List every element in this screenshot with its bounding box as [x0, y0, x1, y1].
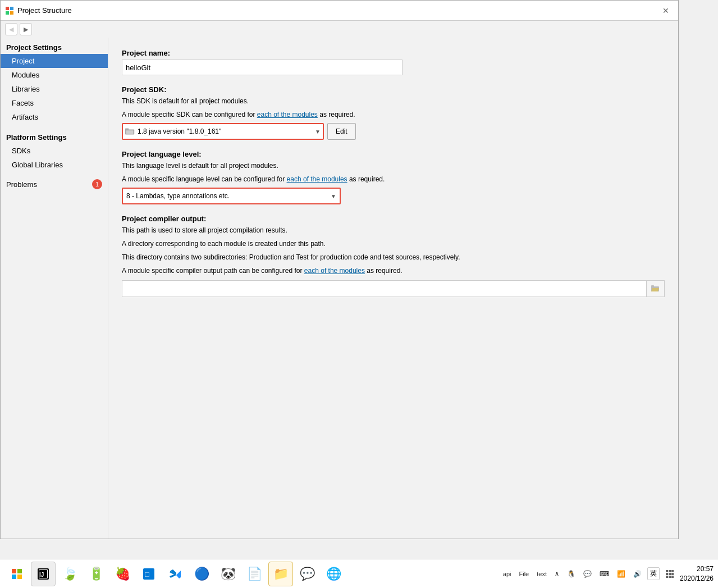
platform-settings-section: Platform Settings — [1, 130, 108, 144]
taskbar-green-app[interactable]: 🔋 — [84, 562, 108, 586]
taskbar-chrome2-app[interactable]: 🌐 — [321, 562, 346, 586]
sdk-desc1: This SDK is default for all project modu… — [122, 96, 665, 106]
taskbar-wechat-app[interactable]: 💬 — [295, 562, 319, 586]
svg-rect-0 — [6, 7, 9, 10]
svg-rect-3 — [10, 11, 13, 15]
sidebar-item-facets[interactable]: Facets — [1, 96, 108, 110]
compiler-output-row — [122, 280, 665, 297]
tray-keyboard-icon[interactable]: ⌨ — [597, 569, 611, 579]
taskbar-intellij-icon[interactable]: IJ — [31, 562, 56, 586]
tray-chevron[interactable]: ∧ — [552, 569, 561, 578]
tray-text-label[interactable]: text — [534, 569, 549, 578]
svg-rect-2 — [6, 11, 9, 15]
compiler-desc4: A module specific compiler output path c… — [122, 266, 665, 276]
svg-rect-26 — [666, 573, 668, 575]
sdk-row: 1.8 java version "1.8.0_161" ▼ Edit — [122, 123, 665, 140]
sdk-edit-button[interactable]: Edit — [327, 123, 356, 140]
window-title: Project Structure — [17, 6, 658, 15]
forward-button[interactable]: ▶ — [20, 23, 32, 35]
compiler-desc1: This path is used to store all project c… — [122, 225, 665, 235]
taskbar-chrome-app[interactable]: 🔵 — [189, 562, 214, 586]
main-panel: Project name: Project SDK: This SDK is d… — [108, 38, 678, 539]
sidebar-item-artifacts[interactable]: Artifacts — [1, 110, 108, 124]
lang-select[interactable]: 8 - Lambdas, type annotations etc. 7 - D… — [126, 192, 331, 200]
svg-rect-23 — [666, 570, 668, 572]
svg-marker-21 — [176, 571, 181, 578]
compiler-output-input[interactable] — [122, 280, 647, 297]
tray-penguin-icon[interactable]: 🐧 — [565, 569, 578, 579]
taskbar-leaf-app[interactable]: 🍃 — [57, 562, 82, 586]
project-structure-dialog: Project Structure ✕ ◀ ▶ Project Settings… — [0, 0, 679, 539]
taskbar-start-button[interactable] — [4, 562, 29, 586]
sidebar-item-sdks[interactable]: SDKs — [1, 144, 108, 158]
compiler-label: Project compiler output: — [122, 215, 665, 223]
compiler-browse-button[interactable] — [647, 280, 665, 297]
taskbar-panda-app[interactable]: 🐼 — [216, 562, 240, 586]
sdk-select[interactable]: 1.8 java version "1.8.0_161" — [138, 127, 315, 135]
close-button[interactable]: ✕ — [658, 3, 674, 19]
tray-api-label[interactable]: api — [501, 569, 514, 578]
svg-rect-13 — [17, 575, 22, 579]
project-name-label: Project name: — [122, 49, 665, 57]
svg-rect-29 — [666, 576, 668, 578]
sidebar-item-libraries[interactable]: Libraries — [1, 82, 108, 96]
tray-chat-icon[interactable]: 💬 — [581, 569, 594, 579]
svg-rect-31 — [671, 576, 674, 578]
lang-desc2: A module specific language level can be … — [122, 174, 665, 184]
blue-app-icon: □ — [142, 567, 156, 581]
toolbar: ◀ ▶ — [1, 21, 678, 38]
svg-rect-10 — [12, 569, 16, 573]
taskbar-right-area: api File text ∧ 🐧 💬 ⌨ 📶 🔊 — [501, 564, 714, 584]
svg-rect-24 — [669, 570, 671, 572]
lang-label: Project language level: — [122, 150, 665, 158]
sdk-dropdown-arrow-icon: ▼ — [315, 129, 321, 135]
app-icon — [5, 6, 14, 15]
svg-rect-5 — [125, 129, 129, 131]
vscode-icon — [168, 567, 182, 581]
svg-rect-28 — [671, 573, 674, 575]
sdk-dropdown-wrapper: 1.8 java version "1.8.0_161" ▼ — [122, 123, 324, 140]
sdk-desc2: A module specific SDK can be configured … — [122, 110, 665, 120]
svg-rect-30 — [669, 576, 671, 578]
svg-rect-6 — [126, 130, 134, 134]
project-settings-section: Project Settings — [1, 40, 108, 54]
folder-open-icon — [651, 285, 660, 293]
svg-text:IJ: IJ — [39, 572, 44, 578]
lang-desc1: This language level is default for all p… — [122, 161, 665, 171]
svg-rect-12 — [12, 575, 16, 579]
sdk-label: Project SDK: — [122, 85, 665, 94]
content-area: Project Settings Project Modules Librari… — [1, 38, 678, 539]
problems-badge: 1 — [92, 179, 102, 189]
sidebar: Project Settings Project Modules Librari… — [1, 38, 108, 539]
project-name-input[interactable] — [122, 60, 403, 75]
tray-speaker-icon[interactable]: 🔊 — [631, 569, 644, 579]
sidebar-item-modules[interactable]: Modules — [1, 68, 108, 82]
intellij-icon: IJ — [37, 568, 49, 580]
taskbar-vscode-app[interactable] — [163, 562, 187, 586]
windows-logo-icon — [11, 568, 22, 580]
tray-grid-icon[interactable] — [663, 568, 676, 580]
compiler-desc3: This directory contains two subdirectori… — [122, 252, 665, 262]
svg-rect-11 — [17, 569, 22, 573]
svg-text:□: □ — [145, 570, 149, 578]
taskbar-pdf-app[interactable]: 📄 — [242, 562, 267, 586]
taskbar-time[interactable]: 20:57 2020/12/26 — [680, 564, 714, 584]
sidebar-item-global-libraries[interactable]: Global Libraries — [1, 158, 108, 172]
taskbar-blue-square-app[interactable]: □ — [136, 562, 161, 586]
lang-dropdown-wrapper: 8 - Lambdas, type annotations etc. 7 - D… — [122, 188, 341, 204]
svg-rect-27 — [669, 573, 671, 575]
title-bar: Project Structure ✕ — [1, 1, 678, 21]
back-button[interactable]: ◀ — [5, 23, 17, 35]
sidebar-item-problems[interactable]: Problems 1 — [1, 176, 108, 192]
svg-marker-9 — [651, 288, 659, 291]
tray-file-label[interactable]: File — [516, 569, 531, 578]
tray-ime-label[interactable]: 英 — [647, 567, 660, 580]
sdk-folder-icon — [125, 127, 135, 135]
sidebar-item-project[interactable]: Project — [1, 54, 108, 68]
svg-rect-1 — [10, 7, 13, 10]
input-method-grid-icon — [665, 569, 674, 578]
taskbar-folder-app[interactable]: 📁 — [268, 562, 293, 586]
tray-wifi-icon[interactable]: 📶 — [615, 569, 628, 579]
taskbar-red-app[interactable]: 🍓 — [110, 562, 135, 586]
lang-dropdown-arrow-icon: ▼ — [331, 193, 336, 199]
